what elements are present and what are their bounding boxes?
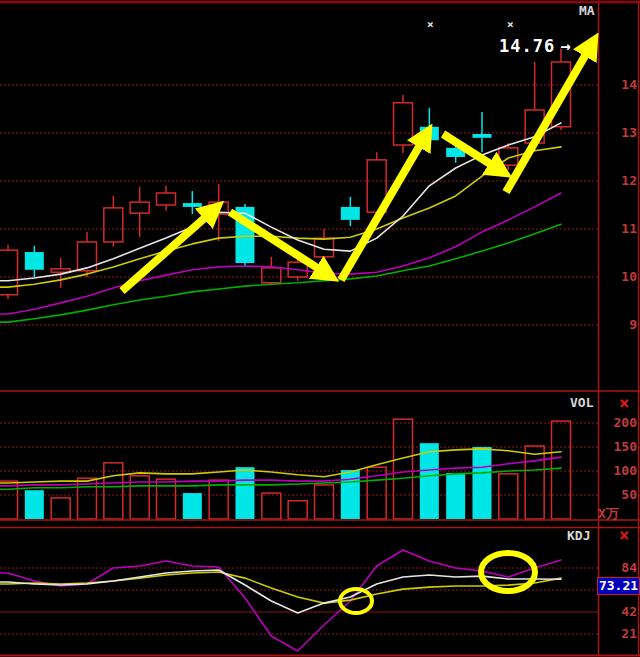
y-axis-tick: 150: [601, 440, 637, 454]
candle: [0, 250, 18, 295]
stock-chart-window: MA 14.76→ VOL × X万 KDJ × 73.21 141312111…: [0, 0, 640, 657]
vol-close-icon[interactable]: ×: [619, 395, 629, 411]
candle: [130, 202, 149, 213]
ma-magenta-line: [0, 193, 561, 314]
volume-bar: [25, 490, 44, 519]
y-axis-tick: 14: [601, 78, 637, 92]
volume-bar: [446, 473, 465, 519]
volume-bar: [51, 498, 70, 519]
y-axis-tick: 10: [601, 270, 637, 284]
volume-bar: [262, 493, 281, 519]
ma-panel-title: MA: [579, 4, 595, 17]
volume-bar: [551, 421, 570, 519]
callout-value: 14.76: [499, 36, 555, 56]
volume-bar: [420, 443, 439, 519]
candle: [104, 208, 123, 242]
candle: [341, 207, 360, 220]
y-axis-tick: 42: [601, 605, 637, 619]
y-axis-tick: 200: [601, 416, 637, 430]
chart-canvas: [0, 0, 640, 657]
y-axis-tick: 13: [601, 126, 637, 140]
candle: [25, 252, 44, 270]
volume-bar: [0, 481, 18, 519]
candle: [51, 269, 70, 272]
annotation-arrow: [341, 133, 427, 280]
kdj-panel-title: KDJ: [567, 529, 590, 542]
kdj-line-j: [0, 550, 561, 651]
candle: [262, 268, 281, 283]
volume-bar: [235, 467, 254, 519]
volume-bar: [393, 419, 412, 519]
kdj-current-value-badge: 73.21: [597, 577, 640, 595]
volume-bar: [183, 493, 202, 519]
candle: [393, 103, 412, 145]
candle: [472, 134, 491, 138]
vol-unit-label: X万: [598, 505, 619, 523]
volume-bar: [472, 447, 491, 519]
y-axis-tick: 50: [601, 488, 637, 502]
y-axis-tick: 21: [601, 627, 637, 641]
volume-bar: [499, 474, 518, 519]
ma-white-line: [0, 123, 561, 281]
candle: [156, 193, 175, 205]
y-axis-tick: 100: [601, 464, 637, 478]
y-axis-tick: 84: [601, 561, 637, 575]
candle: [183, 203, 202, 207]
y-axis-tick: 9: [601, 318, 637, 332]
y-axis-tick: 12: [601, 174, 637, 188]
callout-arrow-icon: →: [560, 36, 571, 56]
vol-panel-title: VOL: [570, 396, 593, 409]
y-axis-tick: 11: [601, 222, 637, 236]
ma-yellow-line: [0, 147, 561, 287]
volume-bar: [314, 485, 333, 519]
price-callout: 14.76→: [499, 37, 571, 55]
marker-x-icon: ×: [427, 20, 434, 30]
volume-bar: [525, 446, 544, 519]
annotation-arrow: [506, 42, 593, 192]
kdj-close-icon[interactable]: ×: [619, 527, 629, 543]
volume-bar: [341, 470, 360, 519]
marker-x-icon: ×: [507, 20, 514, 30]
volume-bar: [288, 501, 307, 519]
